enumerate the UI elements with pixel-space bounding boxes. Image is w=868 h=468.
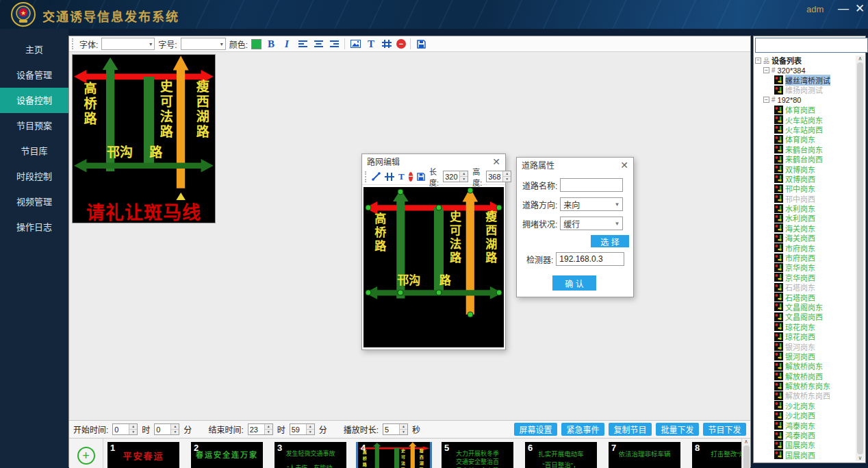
strip-vertical-scrollbar[interactable]: ∧ ∨ — [741, 439, 750, 468]
bold-icon[interactable]: B — [265, 38, 277, 50]
end-hour-input[interactable] — [248, 424, 264, 434]
edit-handle-dot[interactable] — [366, 205, 372, 211]
led-screen-preview[interactable]: 高桥路史可法路瘦西湖路邗沟路请礼让斑马线 — [72, 54, 216, 223]
device-tree-item[interactable]: 火车站岗东 — [755, 114, 855, 124]
step-down-icon[interactable]: ▼ — [503, 177, 511, 182]
congestion-select[interactable]: 缓行▼ — [560, 217, 623, 230]
device-tree-item[interactable]: 邗中岗西 — [755, 193, 855, 203]
sidebar-item-1[interactable]: 设备管理 — [0, 62, 68, 88]
device-tree-item[interactable]: 解放桥东岗西 — [755, 391, 855, 400]
send-program-button[interactable]: 节目下发 — [703, 423, 746, 436]
device-group-192*80[interactable]: −#192*80 — [755, 95, 855, 105]
sidebar-item-7[interactable]: 操作日志 — [0, 214, 68, 240]
align-right-icon[interactable] — [328, 38, 340, 50]
device-group-320*384[interactable]: −#320*384 — [755, 65, 855, 75]
step-down-icon[interactable]: ▼ — [400, 430, 407, 434]
device-tree-item[interactable]: 沙北岗东 — [755, 401, 855, 410]
edit-handle-dot[interactable] — [435, 290, 442, 296]
device-tree-item[interactable]: 邗中岗东 — [755, 184, 855, 193]
device-tree-item[interactable]: 体育岗东 — [755, 134, 855, 144]
device-tree-item[interactable]: 石塔岗西 — [755, 292, 855, 301]
device-tree-item[interactable]: 水利岗东 — [755, 204, 855, 213]
step-up-icon[interactable]: ▲ — [400, 424, 407, 430]
sidebar-item-5[interactable]: 时段控制 — [0, 164, 68, 189]
program-thumbnail-1[interactable]: 1平安春运交警同行 — [107, 442, 179, 468]
sidebar-item-3[interactable]: 节目预案 — [0, 113, 68, 138]
device-tree-item[interactable]: 沙北岗西 — [755, 410, 855, 420]
tree-collapse-toggle[interactable]: − — [763, 97, 769, 103]
scrollbar-thumb[interactable] — [857, 62, 863, 454]
copy-program-button[interactable]: 复制节目 — [609, 423, 652, 436]
add-program-button[interactable]: + — [77, 447, 95, 465]
program-thumbnail-8[interactable]: 8打击整改“灯严查严处“机 — [692, 442, 741, 468]
device-search-input[interactable] — [755, 38, 868, 53]
device-tree-item[interactable]: 来鹤台岗西 — [755, 154, 855, 164]
device-tree-item[interactable]: 文昌阁岗东 — [755, 302, 855, 312]
step-down-icon[interactable]: ▼ — [265, 430, 272, 434]
device-tree-item[interactable]: 琼花岗西 — [755, 332, 855, 341]
start-min-input[interactable] — [155, 424, 170, 434]
align-center-icon[interactable] — [312, 38, 324, 50]
device-tree-item[interactable]: 火车站岗西 — [755, 125, 855, 134]
device-tree-item[interactable]: 市府岗西 — [755, 253, 855, 262]
device-tree-item[interactable]: 海关岗东 — [755, 223, 855, 233]
road-name-input[interactable] — [560, 178, 623, 192]
length-input[interactable] — [444, 171, 459, 182]
sidebar-item-0[interactable]: 主页 — [0, 37, 68, 62]
device-tree-item[interactable]: 国展岗西 — [755, 450, 855, 460]
road-tool-icon[interactable] — [385, 171, 394, 183]
device-tree-item[interactable]: 维扬岗测试 — [755, 85, 855, 95]
road-direction-select[interactable]: 来向▼ — [560, 197, 623, 211]
device-tree-item[interactable]: 解放桥东岗东 — [755, 381, 855, 391]
align-left-icon[interactable] — [296, 38, 309, 50]
device-tree-item[interactable]: 京华岗西 — [755, 273, 855, 282]
detector-input[interactable] — [556, 252, 624, 266]
edit-handle-dot[interactable] — [398, 189, 404, 195]
emergency-event-button[interactable]: 紧急事件 — [561, 423, 604, 436]
edit-handle-dot[interactable] — [496, 290, 502, 296]
scroll-up-icon[interactable]: ∧ — [858, 56, 863, 62]
step-up-icon[interactable]: ▲ — [265, 424, 272, 430]
device-tree-item[interactable]: 银河岗西 — [755, 352, 855, 361]
edit-handle-dot[interactable] — [366, 290, 372, 296]
device-tree-item[interactable]: 琼花岗东 — [755, 322, 855, 332]
tree-collapse-toggle[interactable]: − — [763, 67, 769, 73]
edit-handle-dot[interactable] — [398, 290, 404, 296]
step-up-icon[interactable]: ▲ — [503, 171, 511, 177]
step-down-icon[interactable]: ▼ — [171, 430, 179, 434]
batch-send-button[interactable]: 批量下发 — [656, 423, 699, 436]
save-icon[interactable] — [415, 38, 427, 50]
scroll-up-icon[interactable]: ∧ — [744, 439, 748, 445]
screen-settings-button[interactable]: 屏幕设置 — [514, 423, 557, 436]
device-tree-item[interactable]: 文昌阁岗西 — [755, 312, 855, 321]
insert-image-icon[interactable] — [349, 38, 361, 50]
scrollbar-thumb[interactable] — [743, 445, 750, 468]
device-tree-item[interactable]: 石塔岗东 — [755, 282, 855, 292]
font-size-dropdown[interactable]: ▾ — [181, 38, 226, 50]
device-tree-item[interactable]: 鸿泰岗西 — [755, 430, 855, 440]
device-tree-item[interactable]: 银河岗东 — [755, 341, 855, 351]
road-network-canvas[interactable]: 高桥路史可法路瘦西湖路邗沟路 — [363, 187, 504, 347]
minimize-icon[interactable]: — — [837, 3, 850, 15]
edit-handle-dot[interactable] — [467, 312, 473, 318]
draw-line-icon[interactable] — [372, 171, 381, 183]
tree-scrollbar[interactable]: ∧ ∨ — [856, 56, 865, 461]
text-tool-icon[interactable]: T — [398, 171, 405, 183]
step-up-icon[interactable]: ▲ — [307, 424, 314, 430]
close-icon[interactable]: ✕ — [492, 156, 500, 167]
sidebar-item-4[interactable]: 节目库 — [0, 138, 68, 164]
program-thumbnail-6[interactable]: 6扎实开展电动车“百日整治”，有效预防道路交通事故。 — [525, 442, 597, 468]
delete-icon[interactable]: − — [396, 39, 406, 49]
device-tree-item[interactable]: 双博岗西 — [755, 174, 855, 184]
save-icon[interactable] — [417, 171, 425, 183]
font-dropdown[interactable]: ▾ — [101, 38, 155, 50]
end-min-input[interactable] — [290, 424, 306, 434]
device-tree-item[interactable]: 体育岗西 — [755, 105, 855, 114]
program-thumbnail-5[interactable]: 5大力开展秋冬季交通安全整治百日会战，全力稳定道路交通安全形势！ — [442, 442, 513, 468]
device-tree-item[interactable]: 京华岗东 — [755, 262, 855, 272]
step-up-icon[interactable]: ▲ — [129, 424, 137, 430]
dialog-titlebar[interactable]: 道路属性 ✕ — [517, 158, 633, 172]
edit-handle-dot[interactable] — [496, 205, 502, 211]
step-up-icon[interactable]: ▲ — [460, 171, 468, 177]
step-down-icon[interactable]: ▼ — [307, 430, 314, 434]
